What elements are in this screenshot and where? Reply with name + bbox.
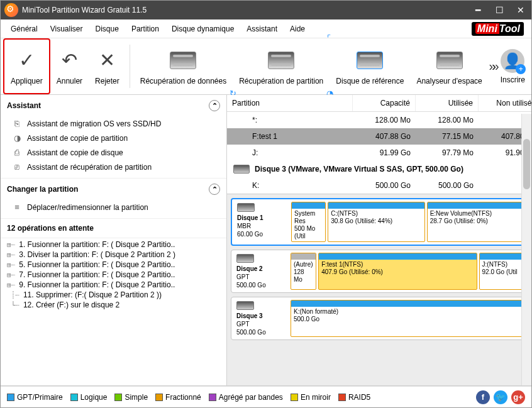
cell-partition: *: [227,116,353,124]
table-row[interactable]: J: 91.99 Go 97.79 Mo 91.90 Go [227,145,531,161]
close-button[interactable]: ✕ [510,1,531,19]
partition-segment[interactable]: E:New Volume(NTFS)28.7 Go (Utilisé: 0%) [427,202,524,242]
disk-size: 60.00 Go [237,231,284,238]
partition-bar: (Autre)128 Mo F:test 1(NTFS)407.9 Go (Ut… [288,250,527,292]
menu-help[interactable]: Aide [284,22,311,36]
partition-segment[interactable]: C:(NTFS)30.8 Go (Utilisé: 44%) [328,202,424,242]
recover-icon: ⎚ [12,162,22,172]
op-item[interactable]: ⊞┈7. Fusionner la partition: F: ( Disque… [1,270,226,280]
op-item[interactable]: └┈12. Créer (F:) sur le disque 2 [1,300,226,310]
tree-expand-icon[interactable]: ⊞┈ [7,261,15,269]
disk3-header-row[interactable]: Disque 3 (VMware, VMware Virtual S SAS, … [227,161,531,177]
disk-icon [236,254,254,263]
sidebar-label: Déplacer/redimensionner la partition [27,203,148,212]
table-row[interactable]: *: 128.00 Mo 128.00 Mo 0 o [227,112,531,128]
op-item[interactable]: ⊞┈1. Fusionner la partition: F: ( Disque… [1,240,226,250]
th-unused[interactable]: Non utilisée [479,95,531,111]
scrollbar-thumb[interactable] [523,139,530,189]
copy-disk-icon: ⎙ [12,148,22,157]
reject-button[interactable]: ✕ Rejeter [89,38,126,94]
footer: GPT/PrimaireLogiqueSimpleFractionnéAgrég… [1,386,531,407]
menu-disk[interactable]: Disque [89,22,125,36]
tree-expand-icon[interactable]: ⊞┈ [7,281,15,289]
pending-title: 12 opérations en attente [7,224,94,233]
legend-swatch [209,394,216,401]
cell-capacity: 128.00 Mo [353,116,416,124]
menu-general[interactable]: Général [4,22,44,36]
op-item[interactable]: ⊞┈9. Fusionner la partition: F: ( Disque… [1,280,226,290]
disk-map[interactable]: Disque 2 GPT 500.00 Go (Autre)128 Mo F:t… [231,250,528,293]
sidebar-item-move-resize[interactable]: ≡Déplacer/redimensionner la partition [1,200,226,214]
th-used[interactable]: Utilisée [416,95,479,111]
facebook-icon[interactable]: f [476,390,490,404]
disk-scheme: GPT [236,321,283,328]
collapse-icon[interactable]: ⌃ [209,100,220,111]
change-list: ≡Déplacer/redimensionner la partition [1,200,226,218]
signup-button[interactable]: 👤 Inscrire [501,49,525,84]
minimize-button[interactable]: ━ [467,1,489,19]
disk-benchmark-button[interactable]: ⌜⌟ Disque de référence [330,38,410,94]
window-title: MiniTool Partition Wizard Gratuit 11.5 [22,6,467,14]
sidebar: Assistant ⌃ ⎘Assistant de migration OS v… [1,95,227,385]
legend-label: GPT/Primaire [17,393,63,402]
menu-bar: Général Visualiser Disque Partition Disq… [1,19,531,38]
toolbar-right: »» 👤 Inscrire [489,38,531,94]
tree-expand-icon[interactable]: ⊞┈ [7,251,15,259]
app-window: MiniTool Partition Wizard Gratuit 11.5 ━… [0,0,532,408]
main-panel: Partition Capacité Utilisée Non utilisée… [227,95,531,385]
disk-icon [237,203,255,212]
cell-partition: K: [227,181,353,190]
partition-recovery-button[interactable]: ◔ Récupération de partition [233,38,330,94]
table-header: Partition Capacité Utilisée Non utilisée [227,95,531,112]
legend-swatch [155,394,163,401]
check-icon: ✓ [19,48,35,73]
th-capacity[interactable]: Capacité [353,95,416,111]
usage-bar [291,253,316,260]
th-partition[interactable]: Partition [227,95,353,111]
sidebar-item-recover-partition[interactable]: ⎚Assistant de récupération de partition [1,160,226,174]
legend-item: Simple [114,393,148,402]
collapse-icon[interactable]: ⌃ [209,184,220,195]
disk-name: Disque 3 [236,312,283,319]
cancel-button[interactable]: ↶ Annuler [50,38,89,94]
partition-segment[interactable]: J:(NTFS)92.0 Go (Util [479,253,524,290]
cell-used: 77.15 Mo [416,132,479,141]
apply-button[interactable]: ✓ Appliquer [3,38,50,94]
tree-expand-icon[interactable]: ⊞┈ [7,241,15,249]
op-item[interactable]: ⊞┈5. Fusionner la partition: F: ( Disque… [1,260,226,270]
partition-segment[interactable]: System Res500 Mo (Util [291,202,326,242]
panel-title-assistant: Assistant [7,101,41,110]
menu-dynamic-disk[interactable]: Disque dynamique [165,22,240,36]
panel-title-change: Changer la partition [7,185,78,194]
table-row[interactable]: K: 500.00 Go 500.00 Go 0 o [227,177,531,194]
data-recovery-button[interactable]: ↻ Récupération de données [134,38,233,94]
sidebar-item-copy-partition[interactable]: ◑Assistant de copie de partition [1,131,226,145]
maximize-button[interactable]: ☐ [489,1,510,19]
op-item[interactable]: ┊┈11. Supprimer: (F:( Disque 2 Partition… [1,290,226,300]
googleplus-icon[interactable]: g+ [511,390,525,404]
menu-assistant[interactable]: Assistant [240,22,284,36]
more-tools-button[interactable]: »» [489,59,495,74]
panel-header-change[interactable]: Changer la partition ⌃ [1,178,226,200]
op-item[interactable]: ⊞┈3. Diviser la partition: F: ( Disque 2… [1,250,226,260]
partition-segment[interactable]: F:test 1(NTFS)407.9 Go (Utilisé: 0%) [318,253,477,290]
disk-map[interactable]: Disque 3 GPT 500.00 Go K:(Non formaté)50… [231,297,528,340]
legend-item: Agrégé par bandes [209,393,283,402]
menu-partition[interactable]: Partition [125,22,165,36]
partition-segment[interactable]: (Autre)128 Mo [291,253,316,290]
disk-map[interactable]: Disque 1 MBR 60.00 Go System Res500 Mo (… [231,198,528,246]
space-analyzer-button[interactable]: Analyseur d'espace [410,38,488,94]
partition-label: J:(NTFS)92.0 Go (Util [480,260,524,277]
scrollbar[interactable] [521,114,531,385]
menu-view[interactable]: Visualiser [44,22,89,36]
partition-segment[interactable]: K:(Non formaté)500.0 Go [291,300,524,337]
table-row[interactable]: F:test 1 407.88 Go 77.15 Mo 407.80 Go [227,128,531,145]
tree-line-icon: └┈ [7,301,19,309]
tree-expand-icon[interactable]: ⊞┈ [7,271,15,279]
legend-label: Agrégé par bandes [219,393,283,402]
twitter-icon[interactable]: 🐦 [494,390,507,404]
sidebar-item-migrate-os[interactable]: ⎘Assistant de migration OS vers SSD/HD [1,116,226,131]
sidebar-item-copy-disk[interactable]: ⎙Assistant de copie de disque [1,145,226,160]
panel-header-assistant[interactable]: Assistant ⌃ [1,95,226,116]
usage-bar [480,253,524,260]
